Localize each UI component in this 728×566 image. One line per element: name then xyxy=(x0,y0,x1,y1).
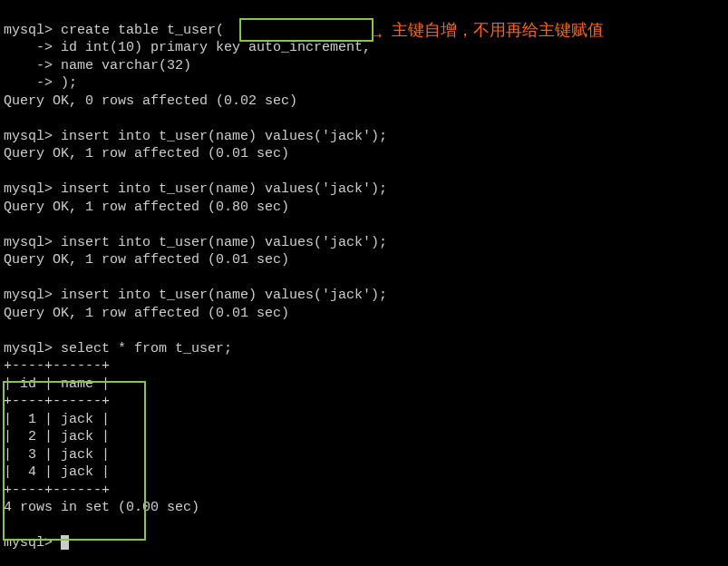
terminal-output: mysql> create table t_user( -> id int(10… xyxy=(0,0,728,556)
terminal-line: -> name varchar(32) xyxy=(4,58,191,73)
terminal-line: Query OK, 0 rows affected (0.02 sec) xyxy=(4,93,297,109)
table-row: | 3 | jack | xyxy=(4,447,110,463)
table-row: | 4 | jack | xyxy=(4,464,110,480)
terminal-line: mysql> insert into t_user(name) values('… xyxy=(4,288,387,303)
arrow-icon: → xyxy=(372,25,382,46)
table-border: +----+------+ xyxy=(4,394,110,409)
terminal-line: 4 rows in set (0.00 sec) xyxy=(4,500,199,515)
terminal-line: -> id int(10) primary key auto_increment… xyxy=(4,40,371,55)
terminal-line: mysql> insert into t_user(name) values('… xyxy=(4,235,387,250)
annotation-text: 主键自增，不用再给主键赋值 xyxy=(392,20,604,41)
terminal-line: Query OK, 1 row affected (0.01 sec) xyxy=(4,306,289,321)
table-border: +----+------+ xyxy=(4,483,110,498)
terminal-line: -> ); xyxy=(4,75,77,91)
table-row: | 2 | jack | xyxy=(4,429,110,444)
table-header: | id | name | xyxy=(4,376,110,392)
table-row: | 1 | jack | xyxy=(4,412,110,427)
terminal-line: Query OK, 1 row affected (0.01 sec) xyxy=(4,252,289,268)
terminal-line: mysql> select * from t_user; xyxy=(4,341,232,356)
terminal-line: Query OK, 1 row affected (0.80 sec) xyxy=(4,200,289,215)
terminal-line: mysql> insert into t_user(name) values('… xyxy=(4,181,387,197)
cursor-icon xyxy=(61,535,69,550)
terminal-prompt[interactable]: mysql> xyxy=(4,535,61,551)
terminal-line: mysql> insert into t_user(name) values('… xyxy=(4,129,387,144)
terminal-line: mysql> create table t_user( xyxy=(4,23,224,38)
terminal-line: Query OK, 1 row affected (0.01 sec) xyxy=(4,146,289,161)
table-border: +----+------+ xyxy=(4,358,110,374)
